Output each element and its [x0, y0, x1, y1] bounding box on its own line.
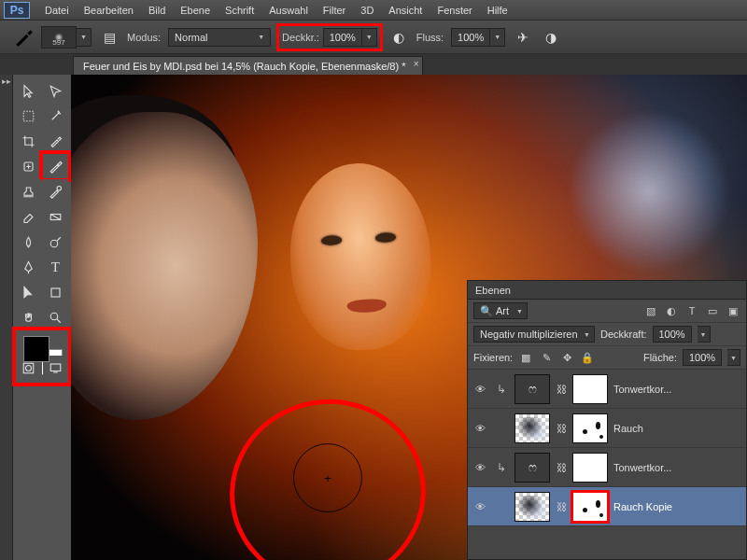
- options-bar: 597 ▼ ▤ Modus: Normal Deckkr.: 100% ▼ ◐ …: [0, 21, 747, 54]
- gradient-tool[interactable]: [43, 204, 69, 229]
- marquee-tool[interactable]: [16, 104, 42, 128]
- menu-filter[interactable]: Filter: [316, 5, 353, 16]
- link-icon: ⛓: [556, 384, 567, 395]
- fill-field[interactable]: 100%: [683, 349, 722, 366]
- crop-tool[interactable]: [16, 129, 42, 153]
- flow-label: Fluss:: [416, 32, 444, 43]
- menu-file[interactable]: Datei: [37, 5, 77, 16]
- layer-row[interactable]: 👁 ⛓ Rauch: [468, 409, 746, 448]
- layer-name[interactable]: Rauch: [613, 423, 742, 434]
- layer-opacity-field[interactable]: 100%: [653, 326, 692, 343]
- svg-rect-0: [24, 111, 35, 121]
- pressure-opacity-icon[interactable]: ◐: [388, 27, 409, 48]
- layer-row[interactable]: 👁 ⛓ Rauch Kopie: [468, 487, 746, 526]
- healing-tool[interactable]: [16, 154, 42, 178]
- menu-view[interactable]: Ansicht: [381, 5, 430, 16]
- close-icon[interactable]: ×: [414, 59, 419, 69]
- type-tool[interactable]: T: [43, 255, 69, 279]
- blur-tool[interactable]: [16, 230, 42, 254]
- layers-panel-tab[interactable]: Ebenen: [468, 281, 746, 300]
- airbrush-icon[interactable]: ✈: [513, 27, 533, 48]
- brush-tool[interactable]: [43, 154, 69, 178]
- layer-thumb[interactable]: [514, 492, 550, 522]
- filter-adjust-icon[interactable]: ◐: [664, 303, 679, 318]
- lock-position-icon[interactable]: ✥: [559, 350, 574, 365]
- filter-type-icon[interactable]: T: [684, 303, 699, 318]
- mask-thumb[interactable]: [572, 453, 608, 483]
- svg-rect-5: [51, 288, 60, 297]
- layer-thumb[interactable]: [514, 413, 550, 443]
- visibility-icon[interactable]: 👁: [472, 501, 488, 512]
- lock-transparent-icon[interactable]: ▩: [518, 350, 533, 365]
- filter-smart-icon[interactable]: ▣: [726, 303, 740, 318]
- layer-thumb[interactable]: ෆ: [514, 374, 550, 404]
- svg-point-8: [26, 365, 32, 371]
- layer-name[interactable]: Tonwertkor...: [613, 462, 742, 473]
- layer-blend-select[interactable]: Negativ multiplizieren: [473, 326, 595, 343]
- layer-name[interactable]: Rauch Kopie: [613, 501, 742, 512]
- document-tab[interactable]: Feuer und Eis by MDI.psd bei 14,5% (Rauc…: [73, 56, 423, 75]
- menu-help[interactable]: Hilfe: [480, 5, 515, 16]
- eraser-tool[interactable]: [16, 204, 42, 229]
- flow-field[interactable]: 100%: [451, 28, 490, 47]
- layer-opacity-caret[interactable]: ▼: [698, 326, 711, 343]
- dodge-tool[interactable]: [43, 230, 69, 254]
- visibility-icon[interactable]: 👁: [472, 384, 488, 395]
- menu-type[interactable]: Schrift: [218, 5, 261, 16]
- pressure-size-icon[interactable]: ◑: [541, 27, 561, 48]
- brush-panel-toggle-icon[interactable]: ▤: [99, 27, 120, 48]
- layer-row[interactable]: 👁 ↳ ෆ ⛓ Tonwertkor...: [468, 370, 746, 409]
- layer-name[interactable]: Tonwertkor...: [613, 384, 742, 395]
- arrow-tool[interactable]: [43, 78, 69, 103]
- pen-tool[interactable]: [16, 255, 42, 279]
- menu-select[interactable]: Auswahl: [261, 5, 316, 16]
- path-select-tool[interactable]: [16, 280, 42, 304]
- mask-thumb[interactable]: [572, 413, 608, 443]
- stamp-tool[interactable]: [16, 179, 42, 203]
- layer-row[interactable]: 👁 ↳ ෆ ⛓ Tonwertkor...: [468, 448, 746, 487]
- visibility-icon[interactable]: 👁: [472, 462, 488, 473]
- fill-caret[interactable]: ▼: [727, 349, 740, 366]
- blend-mode-select[interactable]: Normal: [168, 28, 271, 47]
- menu-edit[interactable]: Bearbeiten: [77, 5, 141, 16]
- eyedropper-tool[interactable]: [43, 129, 69, 153]
- lock-all-icon[interactable]: 🔒: [580, 350, 595, 365]
- hand-tool[interactable]: [16, 305, 42, 329]
- document-canvas[interactable]: + Ebenen 🔍 Art ▧ ◐ T ▭ ▣ Negativ multipl…: [71, 75, 747, 560]
- lock-pixels-icon[interactable]: ✎: [539, 350, 554, 365]
- filter-pixel-icon[interactable]: ▧: [643, 303, 658, 318]
- app-logo: Ps: [4, 2, 30, 19]
- svg-point-6: [50, 313, 58, 320]
- opacity-dropdown[interactable]: ▼: [362, 28, 377, 47]
- menu-window[interactable]: Fenster: [430, 5, 479, 16]
- opacity-field[interactable]: 100%: [323, 28, 362, 47]
- wand-tool[interactable]: [43, 104, 69, 128]
- collapsed-dock[interactable]: ▸▸: [0, 75, 13, 560]
- mask-thumb[interactable]: [572, 374, 608, 404]
- document-title: Feuer und Eis by MDI.psd bei 14,5% (Rauc…: [83, 61, 405, 72]
- zoom-tool[interactable]: [43, 305, 69, 329]
- brush-picker[interactable]: 597 ▼: [41, 26, 92, 49]
- layers-panel-title: Ebenen: [475, 285, 511, 296]
- visibility-icon[interactable]: 👁: [472, 423, 488, 434]
- mode-label: Modus:: [127, 32, 161, 43]
- shape-tool[interactable]: [43, 280, 69, 304]
- history-brush-tool[interactable]: [43, 179, 69, 203]
- menu-image[interactable]: Bild: [141, 5, 173, 16]
- filter-shape-icon[interactable]: ▭: [705, 303, 720, 318]
- menu-3d[interactable]: 3D: [353, 5, 381, 16]
- brush-tool-icon[interactable]: [13, 27, 34, 48]
- svg-rect-7: [24, 363, 35, 373]
- foreground-swatch[interactable]: [23, 336, 49, 362]
- move-tool[interactable]: [16, 78, 42, 103]
- layers-panel: Ebenen 🔍 Art ▧ ◐ T ▭ ▣ Negativ multipliz…: [467, 280, 747, 560]
- layer-thumb[interactable]: ෆ: [514, 453, 550, 483]
- opacity-group: Deckkr.: 100% ▼: [278, 25, 381, 49]
- link-icon: ⛓: [556, 423, 567, 434]
- menu-layer[interactable]: Ebene: [173, 5, 218, 16]
- layer-filter-kind[interactable]: 🔍 Art: [473, 302, 528, 319]
- clip-icon: ↳: [494, 461, 509, 474]
- flow-dropdown[interactable]: ▼: [490, 28, 505, 47]
- mask-thumb[interactable]: [572, 492, 608, 522]
- brush-cursor: +: [293, 443, 362, 512]
